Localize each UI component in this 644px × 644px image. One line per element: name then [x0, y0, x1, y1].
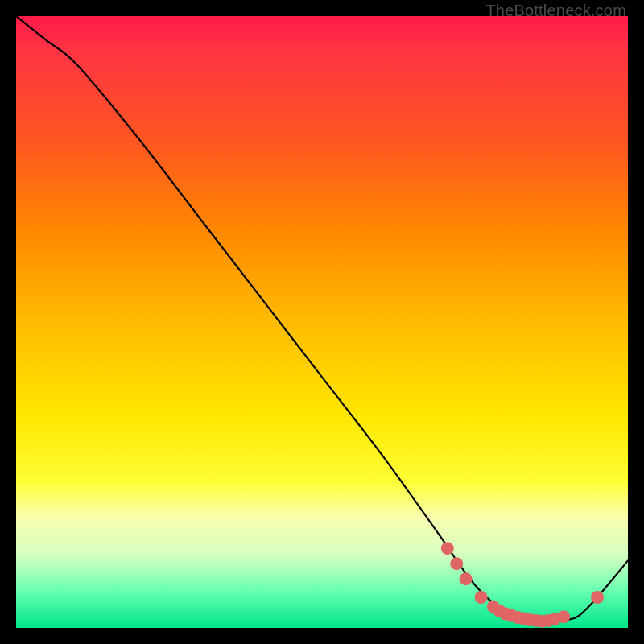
chart-curve	[16, 16, 628, 622]
chart-marker	[591, 591, 604, 604]
chart-marker	[557, 610, 570, 623]
chart-marker	[441, 542, 454, 555]
chart-svg	[16, 16, 628, 628]
chart-marker	[450, 557, 463, 570]
chart-container	[16, 16, 628, 628]
chart-marker	[475, 591, 488, 604]
chart-marker	[460, 572, 473, 585]
